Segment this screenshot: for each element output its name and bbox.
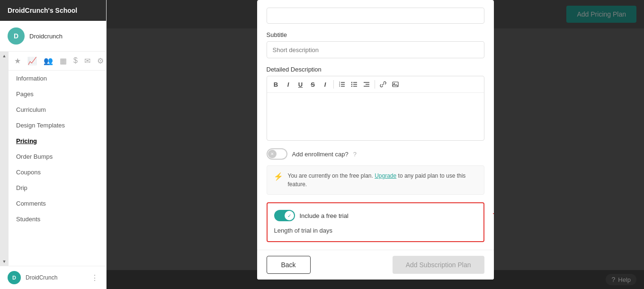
sidebar-school-name: DroidCrunch's School [0,0,106,21]
subtitle-input[interactable] [267,41,484,58]
users-icon[interactable]: 👥 [44,56,53,65]
sidebar-nav: ★ 📈 👥 ▦ $ ✉ ⚙ 📚 📅 📄 👤 InformationPagesCu… [9,52,106,266]
detailed-description-label: Detailed Description [267,66,484,73]
back-button[interactable]: Back [267,256,311,274]
help-question-icon[interactable]: ? [353,151,357,158]
sidebar-item-coupons[interactable]: Coupons [9,164,106,180]
modal-scroll-area[interactable]: Subtitle Detailed Description B I U S I … [257,0,494,250]
sidebar-item-pages[interactable]: Pages [9,86,106,102]
upgrade-link[interactable]: Upgrade [375,172,396,179]
sidebar-item-students[interactable]: Students [9,211,106,227]
toggle-on-knob: ✓ [285,211,294,220]
free-trial-section: ✓ Include a free trial You Can Add F [267,202,484,242]
upgrade-text: You are currently on the free plan. Upgr… [288,172,477,189]
sidebar-item-pricing[interactable]: Pricing [9,133,106,149]
star-icon[interactable]: ★ [14,56,21,65]
title-input[interactable] [267,8,484,24]
layout-icon[interactable]: ▦ [60,56,67,65]
sidebar-item-order-bumps[interactable]: Order Bumps [9,149,106,164]
sidebar-bottom-name: DroidCrunch [26,274,57,281]
free-trial-toggle[interactable]: ✓ [274,210,295,221]
rte-underline-button[interactable]: U [295,79,306,90]
svg-text:3: 3 [339,85,340,87]
toggle-off-knob: ✕ [268,150,277,158]
rte-strikethrough-button[interactable]: S [308,79,318,90]
more-options-icon[interactable]: ⋮ [91,273,98,282]
sidebar: DroidCrunch's School D Droidcrunch ▲ ▼ ★… [0,0,107,289]
chart-icon[interactable]: 📈 [27,56,37,65]
svg-point-10 [351,84,352,85]
sidebar-user: D Droidcrunch [0,21,106,52]
rte-link-button[interactable] [378,79,388,90]
modal-overlay: Subtitle Detailed Description B I U S I … [107,0,644,289]
sidebar-item-information[interactable]: Information [9,71,106,86]
rich-text-editor: B I U S I 123 [267,76,484,141]
bolt-icon: ⚡ [274,172,283,181]
mail-icon[interactable]: ✉ [84,56,90,65]
upgrade-notice: ⚡ You are currently on the free plan. Up… [267,165,484,195]
svg-point-16 [394,83,394,84]
modal: Subtitle Detailed Description B I U S I … [257,0,494,280]
sidebar-item-design-templates[interactable]: Design Templates [9,117,106,133]
scroll-up-arrow[interactable]: ▲ [2,54,7,58]
avatar: D [8,27,25,45]
sidebar-bottom: D DroidCrunch ⋮ [0,266,106,289]
add-subscription-button[interactable]: Add Subscription Plan [393,256,484,274]
nav-items-container: InformationPagesCurriculumDesign Templat… [9,71,106,227]
enrollment-cap-label: Add enrollment cap? [292,151,349,158]
rte-divider-2 [375,80,375,89]
rte-divider-1 [333,80,334,89]
rte-image-button[interactable] [390,79,401,90]
rte-unordered-list-button[interactable] [349,79,359,90]
rte-body[interactable] [267,93,484,140]
sidebar-username: Droidcrunch [29,33,63,40]
rte-toolbar: B I U S I 123 [267,76,484,93]
gear-icon[interactable]: ⚙ [97,56,104,65]
free-trial-toggle-row: ✓ Include a free trial You Can Add F [274,210,477,221]
trial-days-label: Length of trial in days [274,227,333,234]
dollar-icon[interactable]: $ [73,56,78,65]
sidebar-bottom-avatar: D [8,271,21,284]
main-area: Add Pricing Plan Subtitle Detailed Descr… [107,0,644,289]
free-trial-label: Include a free trial [300,212,349,219]
rte-indent-button[interactable] [361,79,372,90]
enrollment-cap-row: ✕ Add enrollment cap? ? [267,148,484,160]
svg-point-9 [351,82,352,83]
annotation-arrow: You Can Add Free Trial [483,203,494,227]
subtitle-label: Subtitle [267,31,484,38]
sidebar-item-curriculum[interactable]: Curriculum [9,102,106,117]
sidebar-item-comments[interactable]: Comments [9,196,106,211]
enrollment-cap-toggle[interactable]: ✕ [267,148,287,160]
sidebar-item-drip[interactable]: Drip [9,180,106,196]
rte-ordered-list-button[interactable]: 123 [337,79,347,90]
rte-italic-button[interactable]: I [283,79,294,90]
rte-bold-button[interactable]: B [271,79,281,90]
modal-footer: Back Add Subscription Plan [257,250,494,280]
rte-italic2-button[interactable]: I [320,79,331,90]
svg-point-11 [351,86,352,87]
scroll-down-arrow[interactable]: ▼ [2,259,7,264]
